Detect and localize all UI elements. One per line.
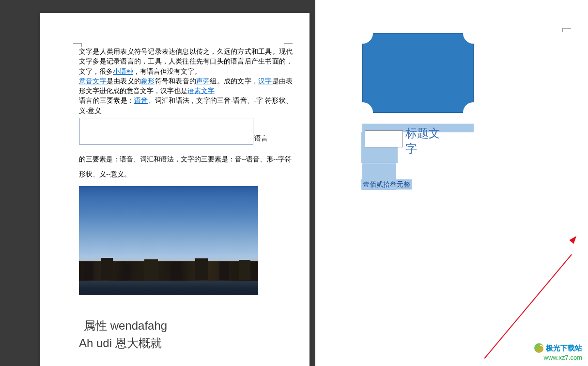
watermark: 极光下载站 www.xz7.com [534,343,582,361]
document-page-1[interactable]: 文字是人类用表义符号记录表达信息以传之，久远的方式和工具。现代文字多是记录语言的… [40,13,309,366]
plaque-corner-bl [353,102,373,123]
plaque-corner-tr [463,23,483,44]
watermark-logo: 极光下载站 [534,343,582,353]
text-box-frame[interactable] [79,118,253,144]
plaque-corner-br [463,102,483,123]
red-arrow-annotation [485,233,587,359]
link-morpheme[interactable]: 语素文字 [187,87,215,95]
watermark-url: www.xz7.com [534,354,582,361]
title-rect-frame[interactable] [365,130,403,147]
text-segment: 是由表义的 [107,78,141,85]
title-text-label[interactable]: 标题文字 [405,126,446,157]
right-white-panel: 642246810121416182022242628303234363840 … [315,0,588,366]
page2-margin-mark [562,28,571,32]
city-skyline-image[interactable] [79,186,258,295]
wordart-line-2: Ah udi 恩大概就 [79,334,293,352]
text-segment: ，有语言但没有文字。 [133,68,201,75]
watermark-icon [534,343,544,353]
text-segment: 语言的三要素是： [79,97,134,104]
link-hanzi[interactable]: 汉字 [258,78,272,85]
amount-text: 壹佰贰拾叁元整 [363,180,410,188]
text-segment: 组。成的文字， [210,78,258,85]
link-phonology[interactable]: 语音 [134,97,148,104]
skyline-buildings [79,256,258,280]
wordart-line-1: 属性 wendafahg [79,317,293,334]
watermark-brand: 极光下载站 [546,344,582,353]
page-margin-mark-left [73,43,82,47]
inline-text-after-box: 语言 [254,133,268,143]
text-segment: 符号和表音的 [155,78,196,85]
paragraph-elements[interactable]: 的三要素是：语音、词汇和语法，文字的三要素是：音--语音、形--字符形状、义--… [79,152,293,182]
left-gray-panel: 文字是人类用表义符号记录表达信息以传之，久远的方式和工具。现代文字多是记录语言的… [0,0,315,366]
link-pictograph[interactable]: 象形 [141,78,155,85]
plaque-corner-tl [353,23,373,44]
wordart-text[interactable]: 属性 wendafahg Ah udi 恩大概就 [79,317,293,352]
workspace: 文字是人类用表义符号记录表达信息以传之，久远的方式和工具。现代文字多是记录语言的… [0,0,588,366]
paragraph-intro[interactable]: 文字是人类用表义符号记录表达信息以传之，久远的方式和工具。现代文字多是记录语言的… [79,47,293,116]
link-ideophonetic[interactable]: 意音文字 [79,78,107,85]
link-small-language[interactable]: 小语种 [113,68,133,75]
title-text-group[interactable]: 标题文字 [364,125,446,157]
arrow-head-icon [569,234,578,244]
link-phonetic[interactable]: 声旁 [196,78,210,85]
page1-content: 文字是人类用表义符号记录表达信息以传之，久远的方式和工具。现代文字多是记录语言的… [40,13,309,352]
amount-text-highlighted[interactable]: 壹佰贰拾叁元整 [361,179,412,190]
page-margin-mark-right [284,43,293,47]
blue-plaque-shape[interactable] [362,33,474,113]
